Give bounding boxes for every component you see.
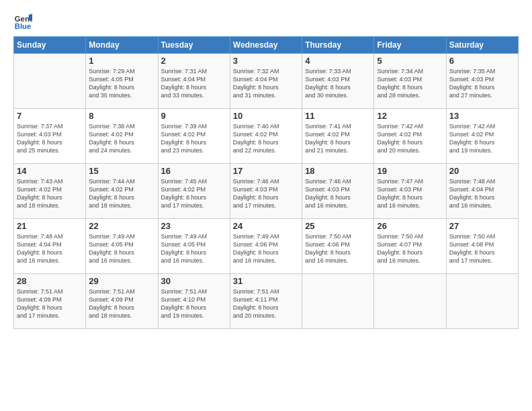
svg-text:Blue: Blue <box>15 22 32 30</box>
calendar-cell: 2Sunrise: 7:31 AM Sunset: 4:04 PM Daylig… <box>158 54 230 109</box>
day-number: 17 <box>233 166 299 176</box>
calendar-cell: 30Sunrise: 7:51 AM Sunset: 4:10 PM Dayli… <box>158 274 230 329</box>
day-info: Sunrise: 7:38 AM Sunset: 4:02 PM Dayligh… <box>89 122 154 155</box>
weekday-header-monday: Monday <box>86 37 158 54</box>
weekday-header-tuesday: Tuesday <box>158 37 230 54</box>
day-number: 21 <box>17 221 83 231</box>
day-number: 10 <box>233 111 299 121</box>
day-number: 28 <box>17 276 83 286</box>
calendar-cell: 1Sunrise: 7:29 AM Sunset: 4:05 PM Daylig… <box>86 54 158 109</box>
day-number: 18 <box>305 166 371 176</box>
logo-icon: General Blue <box>13 12 32 31</box>
week-row-5: 28Sunrise: 7:51 AM Sunset: 4:09 PM Dayli… <box>14 274 519 329</box>
calendar-cell: 13Sunrise: 7:42 AM Sunset: 4:02 PM Dayli… <box>446 109 518 164</box>
day-info: Sunrise: 7:33 AM Sunset: 4:03 PM Dayligh… <box>305 67 371 100</box>
day-number: 11 <box>305 111 371 121</box>
day-number: 27 <box>449 221 515 231</box>
day-number: 19 <box>377 166 443 176</box>
day-number: 5 <box>377 56 443 66</box>
day-number: 29 <box>89 276 154 286</box>
calendar-cell: 28Sunrise: 7:51 AM Sunset: 4:09 PM Dayli… <box>14 274 86 329</box>
header: General Blue <box>13 12 519 31</box>
logo: General Blue <box>13 12 35 31</box>
day-number: 2 <box>161 56 227 66</box>
day-number: 26 <box>377 221 443 231</box>
calendar-cell: 5Sunrise: 7:34 AM Sunset: 4:03 PM Daylig… <box>374 54 446 109</box>
calendar-cell <box>374 274 446 329</box>
day-info: Sunrise: 7:51 AM Sunset: 4:09 PM Dayligh… <box>89 287 154 320</box>
calendar-cell: 7Sunrise: 7:37 AM Sunset: 4:03 PM Daylig… <box>14 109 86 164</box>
day-info: Sunrise: 7:35 AM Sunset: 4:03 PM Dayligh… <box>449 67 515 100</box>
calendar-cell: 31Sunrise: 7:51 AM Sunset: 4:11 PM Dayli… <box>230 274 302 329</box>
calendar-cell <box>302 274 374 329</box>
calendar-cell: 14Sunrise: 7:43 AM Sunset: 4:02 PM Dayli… <box>14 164 86 219</box>
calendar-cell: 12Sunrise: 7:42 AM Sunset: 4:02 PM Dayli… <box>374 109 446 164</box>
week-row-3: 14Sunrise: 7:43 AM Sunset: 4:02 PM Dayli… <box>14 164 519 219</box>
calendar-cell: 22Sunrise: 7:49 AM Sunset: 4:05 PM Dayli… <box>86 219 158 274</box>
day-info: Sunrise: 7:49 AM Sunset: 4:05 PM Dayligh… <box>89 232 154 265</box>
calendar-cell: 19Sunrise: 7:47 AM Sunset: 4:03 PM Dayli… <box>374 164 446 219</box>
day-number: 7 <box>17 111 83 121</box>
calendar-cell: 29Sunrise: 7:51 AM Sunset: 4:09 PM Dayli… <box>86 274 158 329</box>
day-info: Sunrise: 7:47 AM Sunset: 4:03 PM Dayligh… <box>377 177 443 210</box>
day-info: Sunrise: 7:50 AM Sunset: 4:06 PM Dayligh… <box>305 232 371 265</box>
calendar-cell: 18Sunrise: 7:46 AM Sunset: 4:03 PM Dayli… <box>302 164 374 219</box>
day-info: Sunrise: 7:34 AM Sunset: 4:03 PM Dayligh… <box>377 67 443 100</box>
calendar-cell: 23Sunrise: 7:49 AM Sunset: 4:05 PM Dayli… <box>158 219 230 274</box>
day-number: 23 <box>161 221 227 231</box>
day-info: Sunrise: 7:42 AM Sunset: 4:02 PM Dayligh… <box>449 122 515 155</box>
calendar-cell <box>14 54 86 109</box>
day-info: Sunrise: 7:41 AM Sunset: 4:02 PM Dayligh… <box>305 122 371 155</box>
day-number: 13 <box>449 111 515 121</box>
calendar-cell: 3Sunrise: 7:32 AM Sunset: 4:04 PM Daylig… <box>230 54 302 109</box>
day-number: 31 <box>233 276 299 286</box>
day-info: Sunrise: 7:48 AM Sunset: 4:04 PM Dayligh… <box>449 177 515 210</box>
day-info: Sunrise: 7:32 AM Sunset: 4:04 PM Dayligh… <box>233 67 299 100</box>
calendar-cell: 6Sunrise: 7:35 AM Sunset: 4:03 PM Daylig… <box>446 54 518 109</box>
day-number: 3 <box>233 56 299 66</box>
calendar-cell: 10Sunrise: 7:40 AM Sunset: 4:02 PM Dayli… <box>230 109 302 164</box>
calendar-cell: 26Sunrise: 7:50 AM Sunset: 4:07 PM Dayli… <box>374 219 446 274</box>
calendar-cell: 16Sunrise: 7:45 AM Sunset: 4:02 PM Dayli… <box>158 164 230 219</box>
day-number: 15 <box>89 166 154 176</box>
day-info: Sunrise: 7:50 AM Sunset: 4:07 PM Dayligh… <box>377 232 443 265</box>
week-row-1: 1Sunrise: 7:29 AM Sunset: 4:05 PM Daylig… <box>14 54 519 109</box>
day-number: 20 <box>449 166 515 176</box>
day-info: Sunrise: 7:29 AM Sunset: 4:05 PM Dayligh… <box>89 67 154 100</box>
calendar-cell <box>446 274 518 329</box>
calendar-page: General Blue SundayMondayTuesdayWednesda… <box>0 0 532 411</box>
day-info: Sunrise: 7:46 AM Sunset: 4:03 PM Dayligh… <box>305 177 371 210</box>
week-row-4: 21Sunrise: 7:48 AM Sunset: 4:04 PM Dayli… <box>14 219 519 274</box>
day-number: 24 <box>233 221 299 231</box>
calendar-cell: 21Sunrise: 7:48 AM Sunset: 4:04 PM Dayli… <box>14 219 86 274</box>
day-info: Sunrise: 7:42 AM Sunset: 4:02 PM Dayligh… <box>377 122 443 155</box>
calendar-cell: 15Sunrise: 7:44 AM Sunset: 4:02 PM Dayli… <box>86 164 158 219</box>
day-number: 8 <box>89 111 154 121</box>
day-info: Sunrise: 7:44 AM Sunset: 4:02 PM Dayligh… <box>89 177 154 210</box>
calendar-cell: 27Sunrise: 7:50 AM Sunset: 4:08 PM Dayli… <box>446 219 518 274</box>
day-number: 1 <box>89 56 154 66</box>
week-row-2: 7Sunrise: 7:37 AM Sunset: 4:03 PM Daylig… <box>14 109 519 164</box>
day-info: Sunrise: 7:37 AM Sunset: 4:03 PM Dayligh… <box>17 122 83 155</box>
calendar-cell: 20Sunrise: 7:48 AM Sunset: 4:04 PM Dayli… <box>446 164 518 219</box>
weekday-header-thursday: Thursday <box>302 37 374 54</box>
day-info: Sunrise: 7:46 AM Sunset: 4:03 PM Dayligh… <box>233 177 299 210</box>
day-info: Sunrise: 7:51 AM Sunset: 4:09 PM Dayligh… <box>17 287 83 320</box>
day-number: 14 <box>17 166 83 176</box>
day-info: Sunrise: 7:49 AM Sunset: 4:06 PM Dayligh… <box>233 232 299 265</box>
day-number: 30 <box>161 276 227 286</box>
calendar-cell: 25Sunrise: 7:50 AM Sunset: 4:06 PM Dayli… <box>302 219 374 274</box>
day-info: Sunrise: 7:51 AM Sunset: 4:10 PM Dayligh… <box>161 287 227 320</box>
weekday-header-friday: Friday <box>374 37 446 54</box>
calendar-cell: 24Sunrise: 7:49 AM Sunset: 4:06 PM Dayli… <box>230 219 302 274</box>
calendar-cell: 8Sunrise: 7:38 AM Sunset: 4:02 PM Daylig… <box>86 109 158 164</box>
day-info: Sunrise: 7:31 AM Sunset: 4:04 PM Dayligh… <box>161 67 227 100</box>
day-info: Sunrise: 7:40 AM Sunset: 4:02 PM Dayligh… <box>233 122 299 155</box>
day-info: Sunrise: 7:51 AM Sunset: 4:11 PM Dayligh… <box>233 287 299 320</box>
day-info: Sunrise: 7:50 AM Sunset: 4:08 PM Dayligh… <box>449 232 515 265</box>
day-info: Sunrise: 7:43 AM Sunset: 4:02 PM Dayligh… <box>17 177 83 210</box>
day-number: 4 <box>305 56 371 66</box>
weekday-header-saturday: Saturday <box>446 37 518 54</box>
day-number: 25 <box>305 221 371 231</box>
day-info: Sunrise: 7:39 AM Sunset: 4:02 PM Dayligh… <box>161 122 227 155</box>
